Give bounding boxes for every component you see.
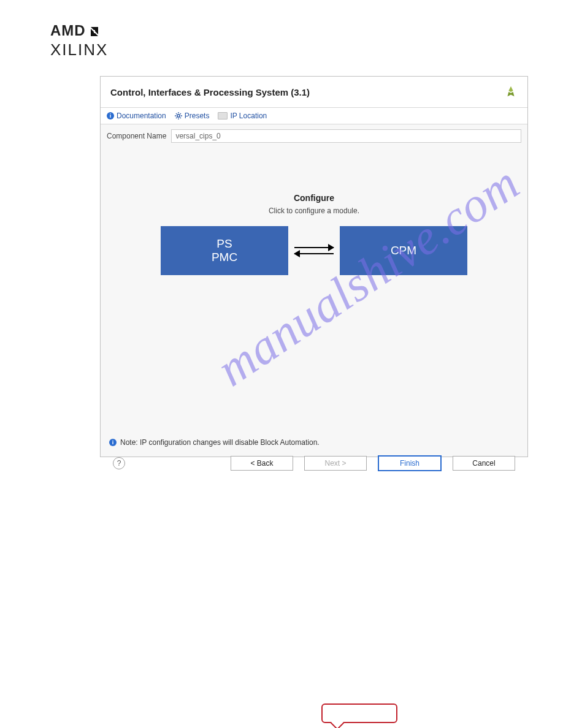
note-text: Note: IP configuration changes will disa… xyxy=(120,438,320,447)
cips-dialog: Control, Interfaces & Processing System … xyxy=(100,76,528,457)
arrows-icon xyxy=(288,247,340,254)
finish-button[interactable]: Finish xyxy=(378,455,442,471)
ip-location-link[interactable]: IP Location xyxy=(218,112,267,120)
amd-text: AMD xyxy=(50,22,86,39)
amd-arrow-icon xyxy=(88,25,101,37)
folder-icon xyxy=(218,112,228,119)
feedback-callout-icon[interactable] xyxy=(321,703,397,723)
vendor-logo: AMD XILINX xyxy=(50,22,108,59)
configure-canvas: Configure Click to configure a module. P… xyxy=(101,193,527,438)
dialog-linkbar: i Documentation Presets IP Location xyxy=(101,108,527,124)
cpm-label: CPM xyxy=(391,244,416,257)
dialog-title: Control, Interfaces & Processing System … xyxy=(110,87,310,97)
gear-icon xyxy=(175,112,182,119)
arrow-right-icon xyxy=(294,247,334,248)
documentation-label: Documentation xyxy=(117,112,166,120)
component-name-input[interactable] xyxy=(171,129,521,143)
pmc-label: PMC xyxy=(212,251,237,264)
ip-location-label: IP Location xyxy=(230,112,267,120)
info-icon: i xyxy=(107,112,114,119)
presets-link[interactable]: Presets xyxy=(175,112,210,120)
info-icon: i xyxy=(109,439,117,446)
configure-subtitle: Click to configure a module. xyxy=(101,207,527,215)
configure-title: Configure xyxy=(101,193,527,203)
ps-label: PS xyxy=(216,237,232,251)
presets-label: Presets xyxy=(185,112,210,120)
svg-point-0 xyxy=(177,115,180,117)
back-button[interactable]: < Back xyxy=(231,456,293,471)
cpm-block[interactable]: CPM xyxy=(340,226,467,275)
vivado-logo-icon xyxy=(504,85,518,99)
help-button[interactable]: ? xyxy=(113,457,125,469)
documentation-link[interactable]: i Documentation xyxy=(107,112,166,120)
next-button: Next > xyxy=(304,456,367,471)
component-name-label: Component Name xyxy=(107,132,166,140)
ps-pmc-block[interactable]: PS PMC xyxy=(161,226,288,275)
xilinx-text: XILINX xyxy=(50,40,108,59)
cancel-button[interactable]: Cancel xyxy=(453,456,515,471)
note-row: i Note: IP configuration changes will di… xyxy=(101,438,527,447)
arrow-left-icon xyxy=(294,253,334,254)
